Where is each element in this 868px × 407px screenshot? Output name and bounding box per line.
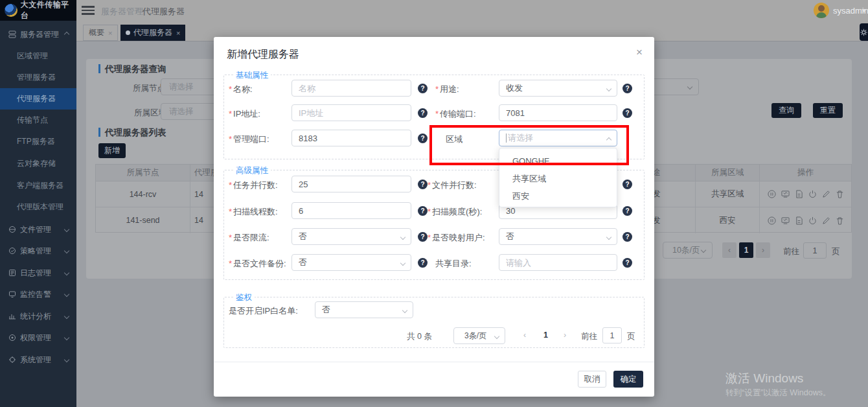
chevron-down-icon bbox=[64, 335, 69, 340]
help-icon[interactable]: ? bbox=[418, 206, 428, 216]
help-icon[interactable]: ? bbox=[418, 232, 428, 242]
sidebar-group-permission[interactable]: 权限管理 bbox=[0, 328, 76, 347]
sidebar-group-stats[interactable]: 统计分析 bbox=[0, 307, 76, 326]
ip-input[interactable] bbox=[291, 104, 411, 121]
sidebar-item-label: 客户端服务器 bbox=[17, 180, 63, 191]
help-icon[interactable]: ? bbox=[418, 258, 428, 268]
sidebar-item-transfer-node[interactable]: 传输节点 bbox=[0, 110, 76, 131]
monitor-icon[interactable] bbox=[781, 190, 790, 198]
text-cursor bbox=[506, 134, 507, 143]
section-bar bbox=[98, 128, 100, 137]
logo-bar: 大文件传输平台 bbox=[0, 0, 76, 21]
confirm-button[interactable]: 确定 bbox=[613, 371, 643, 388]
delete-icon[interactable] bbox=[836, 190, 844, 198]
help-icon[interactable]: ? bbox=[622, 180, 632, 189]
usage-select[interactable]: 收发 bbox=[499, 80, 617, 97]
sidebar-group-server-mgmt[interactable]: 服务器管理 bbox=[0, 25, 76, 44]
app-title: 大文件传输平台 bbox=[21, 0, 76, 21]
reset-button[interactable]: 重置 bbox=[813, 103, 843, 118]
next-page-button[interactable]: › bbox=[756, 242, 770, 258]
page-size-select[interactable]: 10条/页 bbox=[663, 242, 713, 259]
help-icon[interactable]: ? bbox=[418, 180, 428, 189]
tab-proxy-server[interactable]: 代理服务器 × bbox=[120, 25, 185, 41]
power-icon[interactable] bbox=[808, 216, 817, 225]
file-icon[interactable] bbox=[795, 216, 803, 225]
power-icon[interactable] bbox=[808, 190, 817, 198]
footer-divider bbox=[214, 362, 654, 362]
map-user-label: *是否映射用户: bbox=[428, 232, 485, 244]
section-bar bbox=[98, 64, 100, 73]
help-icon[interactable]: ? bbox=[622, 84, 632, 93]
sidebar-item-region-mgmt[interactable]: 区域管理 bbox=[0, 45, 76, 67]
sidebar-group-label: 监控告警 bbox=[20, 289, 51, 300]
sidebar-item-client-server[interactable]: 客户端服务器 bbox=[0, 175, 76, 196]
help-icon[interactable]: ? bbox=[418, 84, 428, 93]
close-icon[interactable]: × bbox=[108, 29, 112, 37]
current-page[interactable]: 1 bbox=[739, 242, 753, 258]
sidebar-group-policy-mgmt[interactable]: 策略管理 bbox=[0, 241, 76, 261]
sidebar-group-file-mgmt[interactable]: 文件管理 bbox=[0, 220, 76, 239]
monitor-icon[interactable] bbox=[781, 216, 790, 225]
dialog-goto-page-input[interactable]: 1 bbox=[602, 327, 622, 343]
server-icon bbox=[8, 30, 16, 38]
select-placeholder: 请选择 bbox=[169, 82, 194, 93]
monitor-icon bbox=[8, 290, 16, 298]
avatar[interactable] bbox=[814, 3, 829, 18]
name-input[interactable] bbox=[291, 80, 411, 97]
map-user-select[interactable]: 否 bbox=[499, 228, 617, 245]
mgmt-port-input[interactable] bbox=[291, 130, 411, 146]
prev-page-button[interactable]: ‹ bbox=[722, 242, 737, 258]
search-button[interactable]: 查询 bbox=[771, 103, 801, 118]
tab-overview[interactable]: 概要 × bbox=[83, 25, 118, 41]
ip-whitelist-select[interactable]: 否 bbox=[315, 301, 413, 318]
pause-icon[interactable] bbox=[768, 190, 776, 198]
file-icon[interactable] bbox=[795, 190, 803, 198]
help-icon[interactable]: ? bbox=[418, 134, 428, 143]
sidebar-group-system[interactable]: 系统管理 bbox=[0, 350, 76, 369]
gear-icon bbox=[860, 27, 868, 38]
dialog-page-size-select[interactable]: 3条/页 bbox=[453, 327, 505, 344]
sidebar-item-cloud-storage[interactable]: 云对象存储 bbox=[0, 153, 76, 174]
help-icon[interactable]: ? bbox=[622, 258, 632, 268]
pause-icon[interactable] bbox=[768, 216, 776, 225]
dialog-prev-page-button[interactable]: ‹ bbox=[523, 331, 526, 340]
sidebar-item-proxy-version[interactable]: 代理版本管理 bbox=[0, 196, 76, 218]
close-icon[interactable]: × bbox=[176, 29, 180, 37]
sidebar-group-log-mgmt[interactable]: 日志管理 bbox=[0, 263, 76, 283]
dialog-next-page-button[interactable]: › bbox=[564, 331, 566, 340]
task-parallel-input[interactable] bbox=[291, 176, 411, 192]
help-icon[interactable]: ? bbox=[418, 108, 428, 118]
hamburger-icon[interactable] bbox=[82, 6, 95, 15]
sidebar-group-monitor-alert[interactable]: 监控告警 bbox=[0, 285, 76, 304]
tab-settings-button[interactable] bbox=[860, 23, 868, 41]
region-option[interactable]: GONGHF bbox=[499, 152, 617, 170]
edit-icon[interactable] bbox=[822, 190, 830, 198]
sidebar-item-proxy-server[interactable]: 代理服务器 bbox=[0, 88, 76, 110]
region-select[interactable]: 请选择 bbox=[499, 130, 617, 146]
help-icon[interactable]: ? bbox=[622, 232, 632, 242]
goto-page-input[interactable]: 1 bbox=[803, 242, 827, 259]
add-button[interactable]: 新增 bbox=[98, 143, 126, 158]
rate-limit-select[interactable]: 否 bbox=[291, 228, 411, 245]
policy-icon bbox=[8, 247, 16, 255]
cancel-button[interactable]: 取消 bbox=[578, 371, 606, 388]
close-icon[interactable]: × bbox=[636, 46, 643, 59]
delete-icon[interactable] bbox=[836, 216, 844, 225]
sidebar-item-mgmt-server[interactable]: 管理服务器 bbox=[0, 67, 76, 88]
transfer-port-input[interactable] bbox=[499, 104, 617, 121]
scan-threads-input[interactable] bbox=[291, 202, 411, 219]
help-icon[interactable]: ? bbox=[622, 206, 632, 216]
file-backup-select[interactable]: 否 bbox=[291, 254, 411, 271]
dialog-goto-label: 前往 bbox=[581, 331, 597, 342]
sidebar-item-ftp-server[interactable]: FTP服务器 bbox=[0, 131, 76, 152]
sidebar-item-label: 代理服务器 bbox=[17, 93, 56, 104]
dialog-current-page[interactable]: 1 bbox=[543, 331, 548, 340]
edit-icon[interactable] bbox=[822, 216, 830, 225]
share-dir-input[interactable] bbox=[499, 254, 617, 271]
region-option[interactable]: 共享区域 bbox=[499, 170, 617, 187]
name-label: *名称: bbox=[229, 84, 253, 95]
help-icon[interactable]: ? bbox=[622, 108, 632, 118]
region-option[interactable]: 西安 bbox=[499, 187, 617, 205]
total-count-label: 共 0 条 bbox=[407, 331, 432, 342]
file-icon bbox=[8, 226, 16, 233]
